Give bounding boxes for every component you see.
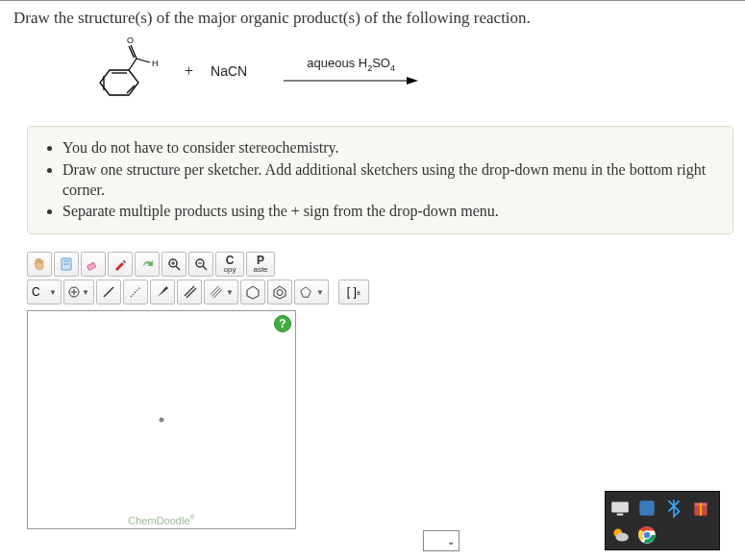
tray-bluetooth-icon[interactable] <box>663 498 684 519</box>
svg-point-34 <box>277 290 283 296</box>
plus-circle-icon <box>68 286 80 298</box>
sketcher-add-dropdown[interactable]: ⌄ <box>423 530 459 551</box>
ring-picker[interactable]: ▼ <box>294 280 329 304</box>
svg-point-43 <box>616 533 629 542</box>
canvas-center-dot <box>160 418 164 423</box>
svg-rect-38 <box>639 500 654 515</box>
svg-line-15 <box>176 266 180 270</box>
zoom-out-button[interactable] <box>188 252 213 277</box>
instruction-item: Separate multiple products using the + s… <box>62 202 719 222</box>
sketcher-canvas[interactable]: ? ChemDoodle® <box>27 310 296 529</box>
tray-gift-icon[interactable] <box>690 498 711 519</box>
wedge-bond-button[interactable] <box>150 280 175 304</box>
reagent-nacn: NaCN <box>211 63 247 79</box>
svg-text:O: O <box>127 37 134 45</box>
tray-monitor-icon[interactable] <box>609 498 631 519</box>
element-picker[interactable]: C▼ <box>27 280 62 304</box>
redo-button[interactable] <box>135 252 160 277</box>
svg-rect-36 <box>611 501 629 512</box>
svg-line-19 <box>203 266 207 270</box>
toolbar-row-2: C▼ ▼ ▼ ▼ [ ]± <box>27 280 459 304</box>
cyclohexane-button[interactable] <box>240 280 265 304</box>
svg-marker-35 <box>301 287 311 298</box>
chevron-down-icon: ▼ <box>82 288 89 297</box>
svg-marker-11 <box>407 77 418 85</box>
instructions-panel: You do not have to consider stereochemis… <box>27 126 733 234</box>
undo-button[interactable] <box>54 252 79 277</box>
add-picker[interactable]: ▼ <box>63 280 94 304</box>
help-button[interactable]: ? <box>274 315 291 332</box>
instruction-item: Draw one structure per sketcher. Add add… <box>62 160 719 201</box>
svg-line-4 <box>129 59 137 70</box>
svg-marker-0 <box>100 70 138 95</box>
svg-line-25 <box>131 287 140 297</box>
svg-rect-13 <box>87 262 96 270</box>
dotted-bond-button[interactable] <box>123 280 148 304</box>
taskbar-tray <box>605 491 720 550</box>
zoom-in-button[interactable] <box>161 252 186 277</box>
paste-button[interactable]: Paste <box>246 252 275 277</box>
triple-bond-picker[interactable]: ▼ <box>204 280 238 304</box>
svg-marker-32 <box>247 286 259 299</box>
single-bond-button[interactable] <box>96 280 121 304</box>
chevron-down-icon: ⌄ <box>447 536 455 547</box>
reaction-scheme: O H + NaCN aqueous H2SO4 <box>13 36 732 118</box>
chevron-down-icon: ▼ <box>316 288 324 297</box>
instruction-item: You do not have to consider stereochemis… <box>62 138 719 158</box>
question-prompt: Draw the structure(s) of the major organ… <box>13 9 732 28</box>
tray-chrome-icon[interactable] <box>636 524 658 546</box>
copy-button[interactable]: Copy <box>215 252 244 277</box>
plus-sign: + <box>185 62 193 80</box>
svg-rect-37 <box>617 514 624 516</box>
eraser-button[interactable] <box>81 252 106 277</box>
arrow-conditions: aqueous H2SO4 <box>307 56 395 73</box>
sketcher-widget: Copy Paste C▼ ▼ ▼ ▼ [ ]± ? <box>27 252 459 529</box>
chemdoodle-brand: ChemDoodle® <box>128 514 194 526</box>
marker-button[interactable] <box>108 252 133 277</box>
reaction-arrow <box>284 75 418 86</box>
chevron-down-icon: ▼ <box>226 288 234 297</box>
toolbar-row-1: Copy Paste <box>27 252 459 277</box>
svg-marker-33 <box>274 286 286 299</box>
svg-line-7 <box>137 59 150 62</box>
svg-text:H: H <box>152 59 159 68</box>
benzene-button[interactable] <box>267 280 292 304</box>
svg-line-24 <box>104 287 113 297</box>
chevron-down-icon: ▼ <box>49 288 57 297</box>
charge-button[interactable]: [ ]± <box>338 280 369 304</box>
tray-app-icon[interactable] <box>636 498 658 519</box>
tray-weather-icon[interactable] <box>609 524 631 546</box>
hand-tool-button[interactable] <box>27 252 52 277</box>
reactant-structure: O H <box>90 37 167 105</box>
svg-marker-26 <box>158 286 168 297</box>
double-bond-button[interactable] <box>177 280 202 304</box>
